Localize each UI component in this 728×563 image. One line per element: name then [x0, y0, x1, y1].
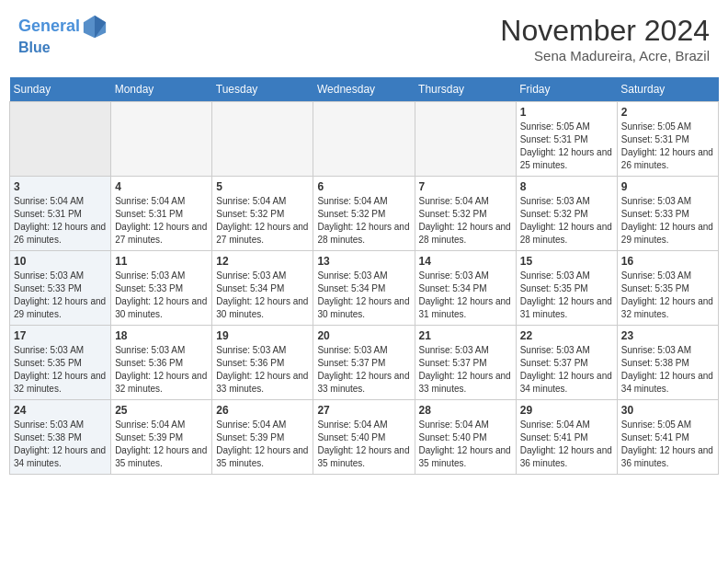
day-info: Sunrise: 5:03 AMSunset: 5:38 PMDaylight:…: [621, 344, 714, 396]
calendar-week-row: 3Sunrise: 5:04 AMSunset: 5:31 PMDaylight…: [10, 177, 719, 251]
day-number: 29: [520, 404, 613, 417]
weekday-header: Sunday: [10, 77, 111, 102]
day-info: Sunrise: 5:04 AMSunset: 5:32 PMDaylight:…: [419, 195, 512, 247]
day-number: 27: [317, 404, 410, 417]
day-number: 6: [317, 180, 410, 193]
calendar-cell: [111, 102, 212, 177]
calendar-table: SundayMondayTuesdayWednesdayThursdayFrid…: [9, 77, 719, 475]
day-info: Sunrise: 5:03 AMSunset: 5:34 PMDaylight:…: [216, 270, 309, 321]
month-title: November 2024: [500, 14, 710, 48]
calendar-cell: 17Sunrise: 5:03 AMSunset: 5:35 PMDayligh…: [10, 326, 111, 400]
calendar-cell: 2Sunrise: 5:05 AMSunset: 5:31 PMDaylight…: [617, 102, 718, 177]
day-info: Sunrise: 5:04 AMSunset: 5:40 PMDaylight:…: [419, 419, 512, 470]
day-number: 13: [317, 255, 410, 268]
weekday-header: Tuesday: [212, 77, 313, 102]
calendar-cell: 5Sunrise: 5:04 AMSunset: 5:32 PMDaylight…: [212, 177, 313, 251]
day-info: Sunrise: 5:03 AMSunset: 5:36 PMDaylight:…: [115, 344, 208, 396]
day-number: 15: [520, 255, 613, 268]
day-info: Sunrise: 5:03 AMSunset: 5:36 PMDaylight:…: [216, 344, 309, 396]
day-number: 21: [419, 329, 512, 342]
calendar-cell: 21Sunrise: 5:03 AMSunset: 5:37 PMDayligh…: [415, 326, 516, 400]
day-info: Sunrise: 5:03 AMSunset: 5:33 PMDaylight:…: [115, 270, 208, 321]
day-number: 24: [14, 404, 107, 417]
calendar-cell: 22Sunrise: 5:03 AMSunset: 5:37 PMDayligh…: [516, 326, 617, 400]
calendar-cell: 25Sunrise: 5:04 AMSunset: 5:39 PMDayligh…: [111, 400, 212, 475]
calendar-week-row: 24Sunrise: 5:03 AMSunset: 5:38 PMDayligh…: [10, 400, 719, 475]
day-info: Sunrise: 5:04 AMSunset: 5:39 PMDaylight:…: [216, 419, 309, 470]
day-number: 19: [216, 329, 309, 342]
day-number: 17: [14, 329, 107, 342]
day-number: 26: [216, 404, 309, 417]
day-number: 2: [621, 106, 714, 119]
location-title: Sena Madureira, Acre, Brazil: [500, 48, 710, 63]
logo-text2: Blue: [18, 40, 108, 56]
calendar-cell: 27Sunrise: 5:04 AMSunset: 5:40 PMDayligh…: [313, 400, 415, 475]
weekday-header: Wednesday: [313, 77, 415, 102]
calendar-cell: 8Sunrise: 5:03 AMSunset: 5:32 PMDaylight…: [516, 177, 617, 251]
calendar-cell: 13Sunrise: 5:03 AMSunset: 5:34 PMDayligh…: [313, 251, 415, 326]
day-info: Sunrise: 5:04 AMSunset: 5:31 PMDaylight:…: [14, 195, 107, 247]
calendar-cell: 7Sunrise: 5:04 AMSunset: 5:32 PMDaylight…: [415, 177, 516, 251]
calendar-week-row: 17Sunrise: 5:03 AMSunset: 5:35 PMDayligh…: [10, 326, 719, 400]
day-info: Sunrise: 5:04 AMSunset: 5:41 PMDaylight:…: [520, 419, 613, 470]
day-info: Sunrise: 5:04 AMSunset: 5:40 PMDaylight:…: [317, 419, 410, 470]
day-number: 28: [419, 404, 512, 417]
page-header: General Blue November 2024 Sena Madureir…: [9, 9, 719, 68]
calendar-cell: 1Sunrise: 5:05 AMSunset: 5:31 PMDaylight…: [516, 102, 617, 177]
calendar-cell: 10Sunrise: 5:03 AMSunset: 5:33 PMDayligh…: [10, 251, 111, 326]
day-number: 20: [317, 329, 410, 342]
day-number: 30: [621, 404, 714, 417]
day-info: Sunrise: 5:03 AMSunset: 5:34 PMDaylight:…: [317, 270, 410, 321]
day-number: 23: [621, 329, 714, 342]
day-number: 22: [520, 329, 613, 342]
calendar-cell: [415, 102, 516, 177]
calendar-cell: 9Sunrise: 5:03 AMSunset: 5:33 PMDaylight…: [617, 177, 718, 251]
calendar-cell: 6Sunrise: 5:04 AMSunset: 5:32 PMDaylight…: [313, 177, 415, 251]
day-info: Sunrise: 5:05 AMSunset: 5:31 PMDaylight:…: [520, 121, 613, 172]
day-number: 25: [115, 404, 208, 417]
weekday-header-row: SundayMondayTuesdayWednesdayThursdayFrid…: [10, 77, 719, 102]
day-info: Sunrise: 5:03 AMSunset: 5:35 PMDaylight:…: [14, 344, 107, 396]
day-info: Sunrise: 5:05 AMSunset: 5:41 PMDaylight:…: [621, 419, 714, 470]
day-number: 1: [520, 106, 613, 119]
day-info: Sunrise: 5:04 AMSunset: 5:32 PMDaylight:…: [216, 195, 309, 247]
weekday-header: Saturday: [617, 77, 718, 102]
calendar-cell: 3Sunrise: 5:04 AMSunset: 5:31 PMDaylight…: [10, 177, 111, 251]
day-info: Sunrise: 5:03 AMSunset: 5:38 PMDaylight:…: [14, 419, 107, 470]
weekday-header: Monday: [111, 77, 212, 102]
calendar-cell: 4Sunrise: 5:04 AMSunset: 5:31 PMDaylight…: [111, 177, 212, 251]
calendar-cell: 11Sunrise: 5:03 AMSunset: 5:33 PMDayligh…: [111, 251, 212, 326]
day-info: Sunrise: 5:03 AMSunset: 5:37 PMDaylight:…: [317, 344, 410, 396]
day-info: Sunrise: 5:04 AMSunset: 5:39 PMDaylight:…: [115, 419, 208, 470]
day-number: 10: [14, 255, 107, 268]
calendar-cell: 29Sunrise: 5:04 AMSunset: 5:41 PMDayligh…: [516, 400, 617, 475]
calendar-cell: 12Sunrise: 5:03 AMSunset: 5:34 PMDayligh…: [212, 251, 313, 326]
day-number: 9: [621, 180, 714, 193]
weekday-header: Thursday: [415, 77, 516, 102]
calendar-cell: 23Sunrise: 5:03 AMSunset: 5:38 PMDayligh…: [617, 326, 718, 400]
calendar-cell: 28Sunrise: 5:04 AMSunset: 5:40 PMDayligh…: [415, 400, 516, 475]
calendar-cell: [212, 102, 313, 177]
calendar-cell: [10, 102, 111, 177]
day-number: 3: [14, 180, 107, 193]
day-number: 16: [621, 255, 714, 268]
day-info: Sunrise: 5:03 AMSunset: 5:33 PMDaylight:…: [14, 270, 107, 321]
day-number: 14: [419, 255, 512, 268]
calendar-week-row: 1Sunrise: 5:05 AMSunset: 5:31 PMDaylight…: [10, 102, 719, 177]
day-info: Sunrise: 5:03 AMSunset: 5:37 PMDaylight:…: [520, 344, 613, 396]
day-number: 5: [216, 180, 309, 193]
weekday-header: Friday: [516, 77, 617, 102]
day-info: Sunrise: 5:05 AMSunset: 5:31 PMDaylight:…: [621, 121, 714, 172]
calendar-cell: 26Sunrise: 5:04 AMSunset: 5:39 PMDayligh…: [212, 400, 313, 475]
calendar-week-row: 10Sunrise: 5:03 AMSunset: 5:33 PMDayligh…: [10, 251, 719, 326]
day-info: Sunrise: 5:03 AMSunset: 5:37 PMDaylight:…: [419, 344, 512, 396]
day-number: 4: [115, 180, 208, 193]
calendar-cell: 15Sunrise: 5:03 AMSunset: 5:35 PMDayligh…: [516, 251, 617, 326]
day-info: Sunrise: 5:03 AMSunset: 5:33 PMDaylight:…: [621, 195, 714, 247]
calendar-cell: 30Sunrise: 5:05 AMSunset: 5:41 PMDayligh…: [617, 400, 718, 475]
title-block: November 2024 Sena Madureira, Acre, Braz…: [500, 14, 710, 63]
logo: General Blue: [18, 14, 108, 56]
calendar-cell: 24Sunrise: 5:03 AMSunset: 5:38 PMDayligh…: [10, 400, 111, 475]
day-number: 12: [216, 255, 309, 268]
calendar-cell: [313, 102, 415, 177]
